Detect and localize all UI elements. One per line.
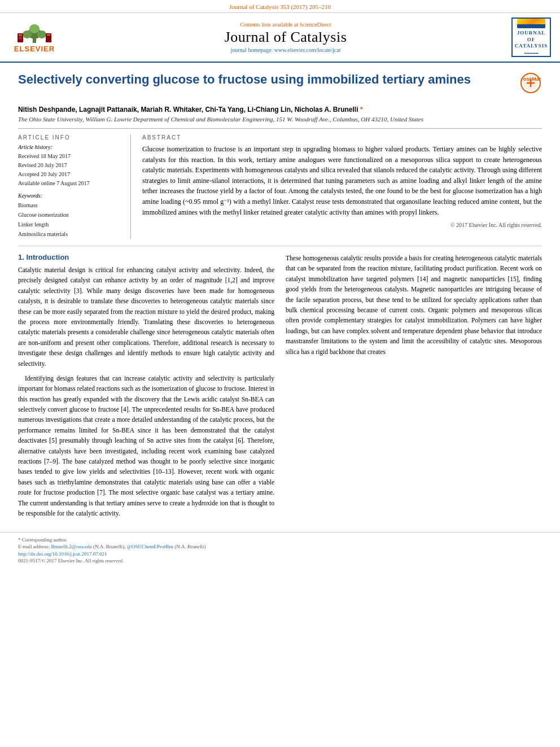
svg-rect-10 <box>47 34 50 36</box>
article-info-abstract-section: ARTICLE INFO Article history: Received 1… <box>18 128 542 239</box>
crossmark-badge[interactable]: CrossMark <box>519 72 542 94</box>
keyword-1: Biomass <box>18 200 123 210</box>
homepage-label: journal homepage: <box>231 47 273 53</box>
intro-text-right: These homogeneous catalytic results prov… <box>286 253 542 357</box>
intro-heading: 1. Introduction <box>18 253 274 261</box>
intro-text-left: Catalytic material design is critical fo… <box>18 265 274 518</box>
footer-asterisk-note: * Corresponding author. <box>18 537 542 543</box>
keyword-2: Glucose isomerization <box>18 210 123 220</box>
corresponding-author-note: * Corresponding author. <box>18 537 67 543</box>
svg-rect-7 <box>19 37 22 37</box>
article-footer: * Corresponding author. E-mail address: … <box>0 532 560 567</box>
elsevier-tree-icon <box>15 22 54 45</box>
logo-line2: CATALYSIS <box>513 43 550 50</box>
email-label: E-mail address: <box>18 544 50 549</box>
svg-rect-8 <box>19 38 22 39</box>
keyword-4: Aminosilica materials <box>18 229 123 239</box>
sciencedirect-text: Contents lists available at <box>240 21 298 28</box>
article-info-label: ARTICLE INFO <box>18 134 123 141</box>
footer-email-note: E-mail address: Brunelli.2@osu.edu (N.A.… <box>18 544 542 549</box>
journal-reference: Journal of Catalysis 353 (2017) 205–210 <box>0 0 560 13</box>
author-asterisk: * <box>358 106 363 113</box>
intro-para-3: These homogeneous catalytic results prov… <box>286 253 542 357</box>
email-1[interactable]: Brunelli.2@osu.edu <box>51 544 91 549</box>
email-2-name: (N.A. Brunelli) <box>174 544 205 549</box>
header-center: Contents lists available at ScienceDirec… <box>60 21 511 53</box>
available-date: Available online 7 August 2017 <box>18 179 123 188</box>
elsevier-wordmark: ELSEVIER <box>14 45 55 53</box>
affiliation: The Ohio State University, William G. Lo… <box>18 116 542 123</box>
accepted-date: Accepted 20 July 2017 <box>18 170 123 179</box>
journal-logo-title: JOURNAL OF CATALYSIS <box>513 30 550 50</box>
body-content: 1. Introduction Catalytic material desig… <box>18 253 542 523</box>
svg-rect-6 <box>19 34 22 36</box>
journal-ref-text: Journal of Catalysis 353 (2017) 205–210 <box>229 3 331 10</box>
homepage-url[interactable]: www.elsevier.com/locate/jcat <box>274 47 341 53</box>
journal-logo-image <box>517 19 545 28</box>
footer-issn: 0021-9517/© 2017 Elsevier Inc. All right… <box>18 558 542 563</box>
keywords-section: Keywords: Biomass Glucose isomerization … <box>18 193 123 239</box>
email-1-name: (N.A. Brunelli), <box>93 544 126 549</box>
article-title-section: Selectively converting glucose to fructo… <box>18 72 542 99</box>
abstract-text: Glucose isomerization to fructose is an … <box>142 144 542 230</box>
body-col-right: These homogeneous catalytic results prov… <box>286 253 542 523</box>
journal-homepage: journal homepage: www.elsevier.com/locat… <box>60 47 511 53</box>
body-col-left: 1. Introduction Catalytic material desig… <box>18 253 274 523</box>
article-body: Selectively converting glucose to fructo… <box>0 63 560 532</box>
abstract-paragraph: Glucose isomerization to fructose is an … <box>142 144 542 217</box>
crossmark-icon: CrossMark <box>520 73 541 93</box>
svg-point-4 <box>29 24 40 33</box>
intro-para-1: Catalytic material design is critical fo… <box>18 265 274 369</box>
authors-text: Nitish Deshpande, Lagnajit Pattanaik, Ma… <box>18 106 358 113</box>
abstract-label: ABSTRACT <box>142 134 542 141</box>
logo-subtitle: ━━━━━ <box>524 51 539 56</box>
elsevier-logo: ELSEVIER <box>9 22 60 53</box>
section-divider <box>18 246 542 246</box>
doi-link[interactable]: http://dx.doi.org/10.1016/j.jcat.2017.07… <box>18 551 107 557</box>
sciencedirect-name[interactable]: ScienceDirect <box>299 21 331 28</box>
keywords-label: Keywords: <box>18 193 123 199</box>
copyright: © 2017 Elsevier Inc. All rights reserved… <box>142 221 542 230</box>
abstract-column: ABSTRACT Glucose isomerization to fructo… <box>142 134 542 239</box>
journal-logo-box: JOURNAL OF CATALYSIS ━━━━━ <box>511 18 551 57</box>
article-history: Article history: Received 18 May 2017 Re… <box>18 144 123 188</box>
journal-title: Journal of Catalysis <box>60 29 511 46</box>
svg-point-3 <box>37 30 46 38</box>
keyword-3: Linker length <box>18 220 123 229</box>
article-info-column: ARTICLE INFO Article history: Received 1… <box>18 134 131 239</box>
sciencedirect-link: Contents lists available at ScienceDirec… <box>60 21 511 28</box>
email-2[interactable]: @OSUChemEProfBru <box>127 544 173 549</box>
footer-doi[interactable]: http://dx.doi.org/10.1016/j.jcat.2017.07… <box>18 551 542 557</box>
logo-line1: JOURNAL OF <box>513 30 550 43</box>
journal-header: ELSEVIER Contents lists available at Sci… <box>0 13 560 63</box>
article-title: Selectively converting glucose to fructo… <box>18 72 510 88</box>
authors: Nitish Deshpande, Lagnajit Pattanaik, Ma… <box>18 106 542 113</box>
history-title: Article history: <box>18 144 123 150</box>
svg-point-2 <box>23 30 32 38</box>
revised-date: Revised 20 July 2017 <box>18 161 123 170</box>
received-date: Received 18 May 2017 <box>18 152 123 161</box>
intro-para-2: Identifying design features that can inc… <box>18 373 274 518</box>
